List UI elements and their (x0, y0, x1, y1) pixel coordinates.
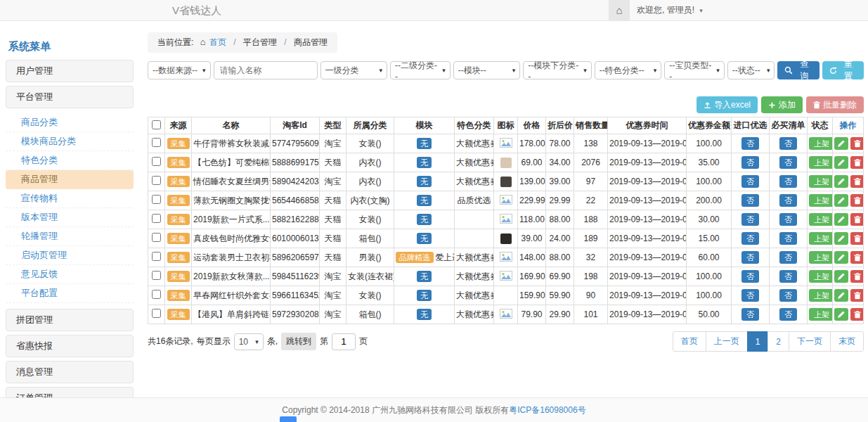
delete-button[interactable] (850, 156, 864, 169)
must-buy-toggle[interactable]: 否 (779, 213, 797, 226)
row-checkbox[interactable] (152, 176, 161, 185)
sidebar-item[interactable]: 商品分类 (6, 113, 134, 132)
page-button[interactable]: 1 (747, 331, 769, 352)
status-badge[interactable]: 上架 (809, 194, 833, 207)
sidebar-group[interactable]: 省惠快报 (6, 335, 134, 357)
jump-page-input[interactable] (332, 333, 356, 350)
edit-button[interactable] (834, 232, 848, 245)
delete-button[interactable] (850, 308, 864, 321)
sidebar-item[interactable]: 轮播管理 (6, 227, 134, 246)
sidebar-item[interactable]: 特色分类 (6, 151, 134, 170)
sidebar-group[interactable]: 平台管理 (6, 86, 134, 108)
page-button[interactable]: 末页 (830, 331, 864, 352)
page-button[interactable]: 上一页 (706, 331, 748, 352)
edit-button[interactable] (834, 289, 848, 302)
edit-button[interactable] (834, 308, 848, 321)
page-button[interactable]: 下一页 (789, 331, 831, 352)
icp-link[interactable]: 粤ICP备16098006号 (509, 405, 585, 415)
status-badge[interactable]: 上架 (809, 137, 833, 150)
row-checkbox[interactable] (152, 233, 161, 242)
filter-select[interactable]: --数据来源--▾ (148, 61, 211, 79)
edit-button[interactable] (834, 137, 848, 150)
sidebar-item[interactable]: 平台配置 (6, 284, 134, 303)
must-buy-toggle[interactable]: 否 (779, 308, 797, 321)
floating-widget[interactable] (280, 416, 297, 422)
import-select-toggle[interactable]: 否 (741, 213, 759, 226)
name-search-input[interactable] (214, 61, 318, 79)
edit-button[interactable] (834, 194, 848, 207)
status-badge[interactable]: 上架 (809, 232, 833, 245)
row-checkbox[interactable] (152, 271, 161, 280)
per-page-select[interactable]: 10▾ (234, 333, 264, 350)
sidebar-item[interactable]: 宣传物料 (6, 189, 134, 208)
reset-button[interactable]: 重置 (822, 61, 864, 79)
row-checkbox[interactable] (152, 157, 161, 166)
edit-button[interactable] (834, 175, 848, 188)
row-checkbox[interactable] (152, 138, 161, 147)
must-buy-toggle[interactable]: 否 (779, 270, 797, 283)
import-select-toggle[interactable]: 否 (741, 251, 759, 264)
filter-select[interactable]: --二级分类--▾ (390, 61, 451, 79)
search-button[interactable]: 查询 (777, 61, 820, 79)
delete-button[interactable] (850, 232, 864, 245)
user-menu[interactable]: 欢迎您, 管理员! ▾ (637, 0, 703, 21)
filter-select[interactable]: --宝贝类型--▾ (664, 61, 725, 79)
import-select-toggle[interactable]: 否 (741, 175, 759, 188)
filter-select[interactable]: --状态--▾ (727, 61, 775, 79)
row-checkbox[interactable] (152, 290, 161, 299)
delete-button[interactable] (850, 270, 864, 283)
must-buy-toggle[interactable]: 否 (779, 289, 797, 302)
must-buy-toggle[interactable]: 否 (779, 251, 797, 264)
sidebar-item[interactable]: 版本管理 (6, 208, 134, 227)
status-badge[interactable]: 上架 (809, 251, 833, 264)
status-badge[interactable]: 上架 (809, 156, 833, 169)
edit-button[interactable] (834, 213, 848, 226)
import-select-toggle[interactable]: 否 (741, 289, 759, 302)
must-buy-toggle[interactable]: 否 (779, 194, 797, 207)
page-button[interactable]: 首页 (673, 331, 706, 352)
sidebar-item[interactable]: 模块商品分类 (6, 132, 134, 151)
delete-button[interactable] (850, 194, 864, 207)
delete-button[interactable] (850, 213, 864, 226)
sidebar-item[interactable]: 商品管理 (6, 170, 134, 189)
sidebar-item[interactable]: 意见反馈 (6, 265, 134, 284)
must-buy-toggle[interactable]: 否 (779, 156, 797, 169)
sidebar-group[interactable]: 用户管理 (6, 60, 134, 82)
edit-button[interactable] (834, 251, 848, 264)
sidebar-group[interactable]: 拼团管理 (6, 309, 134, 331)
must-buy-toggle[interactable]: 否 (779, 232, 797, 245)
home-button[interactable]: ⌂ (609, 0, 630, 20)
filter-select[interactable]: --模块--▾ (453, 61, 521, 79)
edit-button[interactable] (834, 156, 848, 169)
delete-button[interactable] (850, 137, 864, 150)
row-checkbox[interactable] (152, 195, 161, 204)
select-all-checkbox[interactable] (152, 120, 161, 129)
filter-select[interactable]: --特色分类--▾ (595, 61, 662, 79)
status-badge[interactable]: 上架 (809, 308, 833, 321)
row-checkbox[interactable] (152, 309, 161, 318)
edit-button[interactable] (834, 270, 848, 283)
sidebar-group[interactable]: 消息管理 (6, 361, 134, 383)
filter-select[interactable]: --模块下分类--▾ (523, 61, 592, 79)
delete-button[interactable] (850, 289, 864, 302)
status-badge[interactable]: 上架 (809, 289, 833, 302)
delete-button[interactable] (850, 251, 864, 264)
must-buy-toggle[interactable]: 否 (779, 175, 797, 188)
import-excel-button[interactable]: 导入excel (697, 96, 758, 113)
must-buy-toggle[interactable]: 否 (779, 137, 797, 150)
row-checkbox[interactable] (152, 252, 161, 261)
delete-button[interactable] (850, 175, 864, 188)
import-select-toggle[interactable]: 否 (741, 270, 759, 283)
batch-delete-button[interactable]: 批量删除 (806, 96, 864, 113)
import-select-toggle[interactable]: 否 (741, 194, 759, 207)
jump-button[interactable]: 跳转到 (281, 333, 316, 350)
status-badge[interactable]: 上架 (809, 270, 833, 283)
import-select-toggle[interactable]: 否 (741, 308, 759, 321)
sidebar-item[interactable]: 启动页管理 (6, 246, 134, 265)
import-select-toggle[interactable]: 否 (741, 137, 759, 150)
status-badge[interactable]: 上架 (809, 213, 833, 226)
filter-select[interactable]: 一级分类▾ (320, 61, 388, 79)
import-select-toggle[interactable]: 否 (741, 156, 759, 169)
add-button[interactable]: 添加 (761, 96, 803, 113)
breadcrumb-home-link[interactable]: 首页 (209, 37, 226, 47)
